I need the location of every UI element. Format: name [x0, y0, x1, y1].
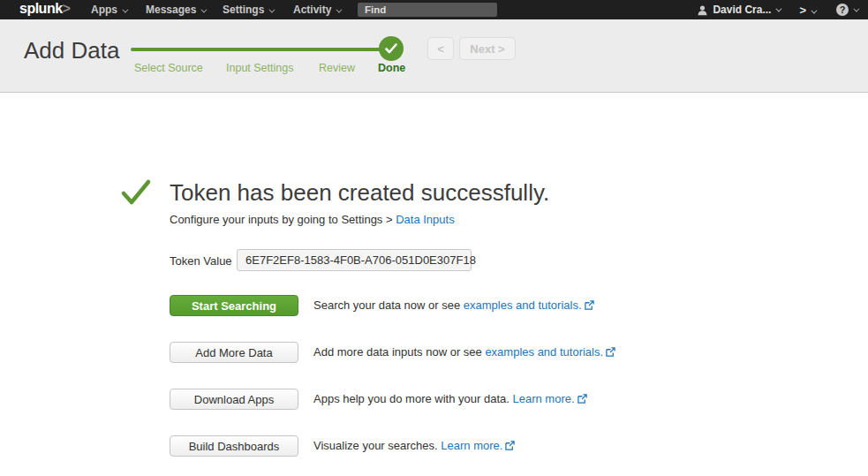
start-searching-button[interactable]: Start Searching: [170, 295, 298, 316]
examples-tutorials-link[interactable]: examples and tutorials.: [485, 345, 603, 359]
chevron-down-icon: [122, 7, 128, 13]
wizard-progress-line: [131, 48, 387, 51]
wizard-header: Add Data Select Source Input Settings Re…: [0, 19, 868, 93]
action-description: Apps help you do more with your data. Le…: [313, 389, 587, 410]
external-link-icon: [505, 441, 515, 450]
action-row-build-dashboards: Build Dashboards Visualize your searches…: [170, 435, 788, 457]
token-value-label: Token Value: [170, 254, 232, 268]
nav-menu-messages-label: Messages: [146, 4, 196, 16]
action-description-text: Add more data inputs now or see: [313, 345, 485, 359]
add-more-data-button[interactable]: Add More Data: [170, 342, 298, 363]
splunk-logo[interactable]: splunk>: [19, 1, 70, 17]
action-row-add-more-data: Add More Data Add more data inputs now o…: [170, 342, 788, 363]
nav-menu-messages[interactable]: Messages: [146, 4, 205, 16]
learn-more-link[interactable]: Learn more.: [441, 439, 502, 452]
splunk-logo-caret: >: [63, 1, 71, 16]
nav-menu-activity[interactable]: Activity: [293, 4, 340, 16]
next-button[interactable]: Next >: [459, 37, 516, 60]
configure-hint-text: Configure your inputs by going to Settin…: [170, 213, 396, 226]
jump-menu[interactable]: >: [799, 4, 815, 17]
external-link-icon: [606, 347, 615, 357]
action-description: Visualize your searches. Learn more.: [313, 435, 515, 457]
nav-menu-settings[interactable]: Settings: [223, 4, 273, 16]
wizard-step-review[interactable]: Review: [319, 62, 355, 74]
help-icon: ?: [836, 4, 849, 16]
nav-menu-apps-label: Apps: [91, 4, 117, 16]
user-icon: [697, 4, 708, 16]
user-name: David Cra...: [713, 4, 771, 16]
done-check-icon: [379, 36, 404, 61]
chevron-down-icon: [336, 7, 343, 13]
wizard-step-done: Done: [378, 62, 405, 74]
data-inputs-link[interactable]: Data Inputs: [396, 213, 455, 226]
greater-than-icon: >: [799, 4, 806, 17]
success-check-icon: [120, 177, 152, 208]
action-description-text: Visualize your searches.: [313, 439, 441, 452]
examples-tutorials-link[interactable]: examples and tutorials.: [464, 298, 582, 312]
chevron-down-icon: [201, 7, 208, 13]
user-menu[interactable]: David Cra...: [697, 4, 780, 16]
action-description-text: Search your data now or see: [313, 298, 464, 312]
help-menu[interactable]: ?: [836, 4, 857, 16]
top-nav-bar: splunk> Apps Messages Settings Activity …: [0, 0, 868, 19]
action-description: Search your data now or see examples and…: [313, 295, 594, 316]
chevron-down-icon: [853, 5, 859, 11]
action-row-download-apps: Download Apps Apps help you do more with…: [170, 389, 788, 410]
nav-menu-activity-label: Activity: [293, 4, 331, 16]
external-link-icon: [585, 300, 594, 310]
chevron-down-icon: [776, 5, 782, 11]
splunk-logo-text: splunk: [19, 1, 63, 16]
external-link-icon: [577, 394, 587, 404]
find-search-input[interactable]: [358, 3, 497, 17]
chevron-down-icon: [269, 7, 275, 13]
success-message: Token has been created successfully.: [170, 179, 549, 207]
build-dashboards-button[interactable]: Build Dashboards: [170, 435, 298, 457]
action-description: Add more data inputs now or see examples…: [313, 342, 615, 363]
chevron-down-icon: [811, 7, 817, 13]
page-title: Add Data: [24, 37, 119, 64]
action-description-text: Apps help you do more with your data.: [313, 392, 512, 405]
download-apps-button[interactable]: Download Apps: [170, 389, 298, 410]
learn-more-link[interactable]: Learn more.: [512, 392, 574, 405]
back-button[interactable]: <: [427, 37, 454, 60]
nav-menu-apps[interactable]: Apps: [91, 4, 126, 16]
wizard-step-select-source[interactable]: Select Source: [134, 62, 203, 74]
wizard-step-input-settings[interactable]: Input Settings: [226, 62, 293, 74]
configure-hint: Configure your inputs by going to Settin…: [170, 213, 455, 226]
action-row-start-searching: Start Searching Search your data now or …: [170, 295, 788, 316]
nav-menu-settings-label: Settings: [223, 4, 264, 16]
token-value-field[interactable]: 6E7F2EF8-1583-4F0B-A706-051D0E307F18: [237, 249, 472, 271]
